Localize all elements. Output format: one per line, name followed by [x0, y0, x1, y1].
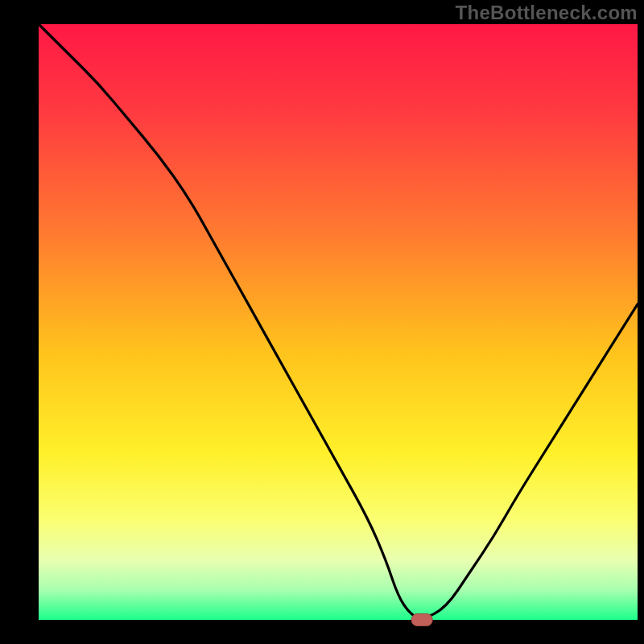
- plot-background: [39, 24, 638, 620]
- bottleneck-chart: [0, 0, 644, 644]
- watermark-label: TheBottleneck.com: [456, 2, 638, 24]
- optimum-marker: [411, 614, 432, 626]
- chart-frame: TheBottleneck.com: [0, 0, 644, 644]
